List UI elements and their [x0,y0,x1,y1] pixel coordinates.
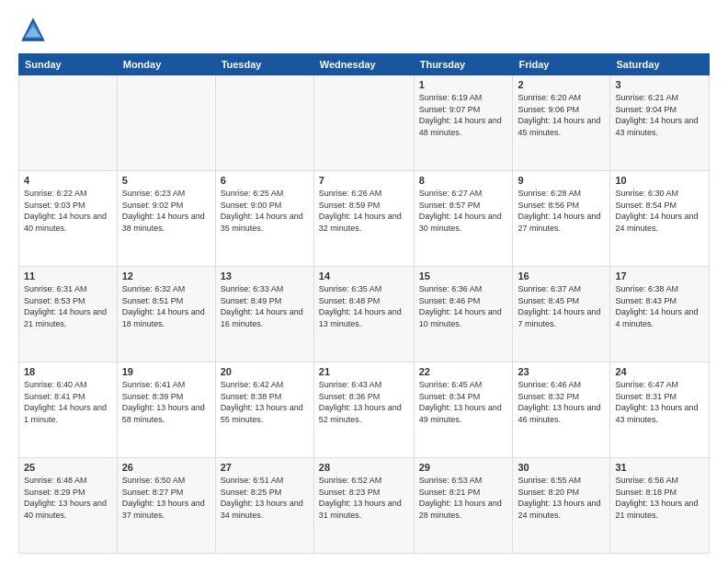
day-info: Sunrise: 6:26 AM Sunset: 8:59 PM Dayligh… [319,188,409,234]
day-number: 18 [24,366,112,377]
day-info: Sunrise: 6:32 AM Sunset: 8:51 PM Dayligh… [122,283,210,329]
day-cell: 30Sunrise: 6:55 AM Sunset: 8:20 PM Dayli… [513,458,610,554]
day-number: 4 [24,175,112,186]
day-cell [313,75,414,171]
day-number: 27 [221,462,309,473]
day-info: Sunrise: 6:23 AM Sunset: 9:02 PM Dayligh… [122,188,210,234]
day-info: Sunrise: 6:33 AM Sunset: 8:49 PM Dayligh… [221,283,309,329]
day-number: 20 [221,366,309,377]
day-info: Sunrise: 6:38 AM Sunset: 8:43 PM Dayligh… [615,283,704,329]
day-info: Sunrise: 6:46 AM Sunset: 8:32 PM Dayligh… [518,379,605,425]
day-cell: 17Sunrise: 6:38 AM Sunset: 8:43 PM Dayli… [610,267,710,362]
day-cell: 2Sunrise: 6:20 AM Sunset: 9:06 PM Daylig… [513,75,610,171]
day-number: 10 [615,175,704,186]
day-cell: 31Sunrise: 6:56 AM Sunset: 8:18 PM Dayli… [610,458,710,554]
day-number: 23 [518,366,605,377]
day-cell [215,75,313,171]
day-number: 12 [122,270,210,282]
day-info: Sunrise: 6:37 AM Sunset: 8:45 PM Dayligh… [518,283,605,329]
day-cell: 5Sunrise: 6:23 AM Sunset: 9:02 PM Daylig… [117,171,215,267]
calendar: SundayMondayTuesdayWednesdayThursdayFrid… [18,53,710,554]
week-row-2: 4Sunrise: 6:22 AM Sunset: 9:03 PM Daylig… [19,171,710,267]
day-number: 31 [615,462,704,473]
header-day-saturday: Saturday [610,54,710,75]
header-day-sunday: Sunday [19,54,118,75]
day-info: Sunrise: 6:35 AM Sunset: 8:48 PM Dayligh… [319,283,409,329]
day-info: Sunrise: 6:50 AM Sunset: 8:27 PM Dayligh… [122,475,210,521]
day-info: Sunrise: 6:27 AM Sunset: 8:57 PM Dayligh… [419,188,508,234]
week-row-3: 11Sunrise: 6:31 AM Sunset: 8:53 PM Dayli… [19,267,710,362]
header-day-tuesday: Tuesday [215,54,313,75]
day-number: 14 [319,270,409,282]
day-cell: 28Sunrise: 6:52 AM Sunset: 8:23 PM Dayli… [313,458,414,554]
day-info: Sunrise: 6:28 AM Sunset: 8:56 PM Dayligh… [518,188,605,234]
calendar-header: SundayMondayTuesdayWednesdayThursdayFrid… [19,54,710,75]
day-cell: 25Sunrise: 6:48 AM Sunset: 8:29 PM Dayli… [19,458,118,554]
day-cell: 19Sunrise: 6:41 AM Sunset: 8:39 PM Dayli… [117,362,215,458]
day-info: Sunrise: 6:42 AM Sunset: 8:38 PM Dayligh… [221,379,309,425]
day-info: Sunrise: 6:41 AM Sunset: 8:39 PM Dayligh… [122,379,210,425]
day-info: Sunrise: 6:40 AM Sunset: 8:41 PM Dayligh… [24,379,112,425]
day-number: 16 [518,270,605,282]
day-number: 25 [24,462,112,473]
day-number: 8 [419,175,508,186]
day-info: Sunrise: 6:48 AM Sunset: 8:29 PM Dayligh… [24,475,112,521]
day-cell [117,75,215,171]
day-info: Sunrise: 6:25 AM Sunset: 9:00 PM Dayligh… [221,188,309,234]
day-cell: 26Sunrise: 6:50 AM Sunset: 8:27 PM Dayli… [117,458,215,554]
header-day-wednesday: Wednesday [313,54,414,75]
day-number: 15 [419,270,508,282]
day-info: Sunrise: 6:22 AM Sunset: 9:03 PM Dayligh… [24,188,112,234]
header-day-thursday: Thursday [414,54,513,75]
day-number: 2 [518,79,605,90]
day-cell: 12Sunrise: 6:32 AM Sunset: 8:51 PM Dayli… [117,267,215,362]
day-cell: 6Sunrise: 6:25 AM Sunset: 9:00 PM Daylig… [215,171,313,267]
day-number: 3 [615,79,704,90]
day-cell: 21Sunrise: 6:43 AM Sunset: 8:36 PM Dayli… [313,362,414,458]
day-info: Sunrise: 6:56 AM Sunset: 8:18 PM Dayligh… [615,475,704,521]
day-number: 29 [419,462,508,473]
week-row-1: 1Sunrise: 6:19 AM Sunset: 9:07 PM Daylig… [19,75,710,171]
day-info: Sunrise: 6:53 AM Sunset: 8:21 PM Dayligh… [419,475,508,521]
day-number: 7 [319,175,409,186]
day-number: 26 [122,462,210,473]
header-day-friday: Friday [513,54,610,75]
day-info: Sunrise: 6:20 AM Sunset: 9:06 PM Dayligh… [518,92,605,138]
day-info: Sunrise: 6:43 AM Sunset: 8:36 PM Dayligh… [319,379,409,425]
day-info: Sunrise: 6:51 AM Sunset: 8:25 PM Dayligh… [221,475,309,521]
day-cell: 22Sunrise: 6:45 AM Sunset: 8:34 PM Dayli… [414,362,513,458]
day-info: Sunrise: 6:45 AM Sunset: 8:34 PM Dayligh… [419,379,508,425]
day-cell: 10Sunrise: 6:30 AM Sunset: 8:54 PM Dayli… [610,171,710,267]
day-cell: 27Sunrise: 6:51 AM Sunset: 8:25 PM Dayli… [215,458,313,554]
day-info: Sunrise: 6:55 AM Sunset: 8:20 PM Dayligh… [518,475,605,521]
day-info: Sunrise: 6:36 AM Sunset: 8:46 PM Dayligh… [419,283,508,329]
day-number: 1 [419,79,508,90]
day-cell: 4Sunrise: 6:22 AM Sunset: 9:03 PM Daylig… [19,171,118,267]
page: SundayMondayTuesdayWednesdayThursdayFrid… [0,0,728,563]
day-number: 21 [319,366,409,377]
day-number: 30 [518,462,605,473]
day-cell: 3Sunrise: 6:21 AM Sunset: 9:04 PM Daylig… [610,75,710,171]
day-cell: 11Sunrise: 6:31 AM Sunset: 8:53 PM Dayli… [19,267,118,362]
day-number: 17 [615,270,704,282]
day-info: Sunrise: 6:31 AM Sunset: 8:53 PM Dayligh… [24,283,112,329]
calendar-table: SundayMondayTuesdayWednesdayThursdayFrid… [18,53,710,554]
logo [18,15,53,44]
day-cell: 9Sunrise: 6:28 AM Sunset: 8:56 PM Daylig… [513,171,610,267]
day-cell [19,75,118,171]
day-number: 28 [319,462,409,473]
day-cell: 20Sunrise: 6:42 AM Sunset: 8:38 PM Dayli… [215,362,313,458]
day-info: Sunrise: 6:21 AM Sunset: 9:04 PM Dayligh… [615,92,704,138]
day-cell: 23Sunrise: 6:46 AM Sunset: 8:32 PM Dayli… [513,362,610,458]
day-number: 13 [221,270,309,282]
day-number: 9 [518,175,605,186]
day-number: 22 [419,366,508,377]
day-cell: 14Sunrise: 6:35 AM Sunset: 8:48 PM Dayli… [313,267,414,362]
day-cell: 13Sunrise: 6:33 AM Sunset: 8:49 PM Dayli… [215,267,313,362]
day-info: Sunrise: 6:52 AM Sunset: 8:23 PM Dayligh… [319,475,409,521]
day-number: 24 [615,366,704,377]
day-cell: 1Sunrise: 6:19 AM Sunset: 9:07 PM Daylig… [414,75,513,171]
day-info: Sunrise: 6:47 AM Sunset: 8:31 PM Dayligh… [615,379,704,425]
logo-icon [18,15,48,44]
day-number: 6 [221,175,309,186]
